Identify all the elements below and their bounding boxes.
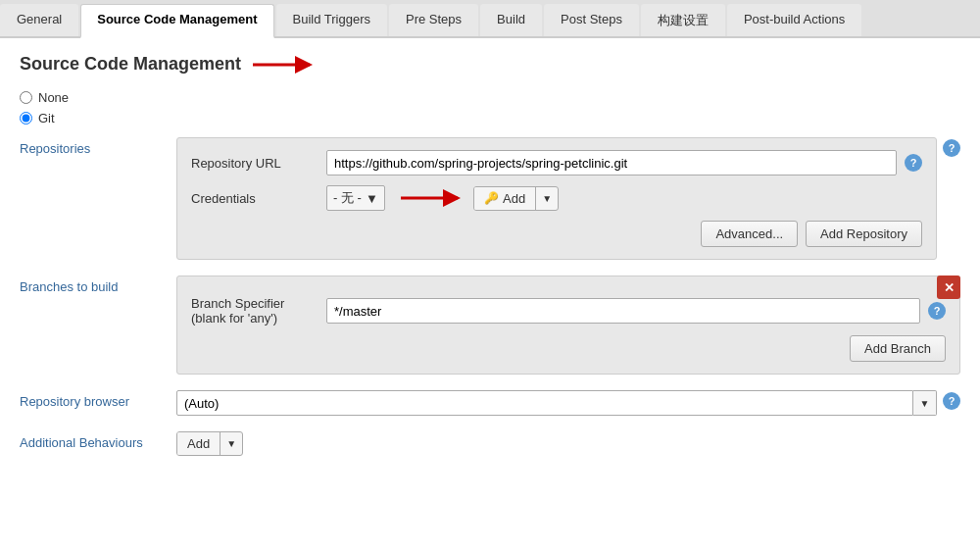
radio-git-option[interactable]: Git (20, 111, 960, 125)
credentials-add-label: Add (503, 191, 525, 206)
scm-radio-group: None Git (20, 90, 960, 125)
credentials-row: Credentials - 无 - ▼ (191, 185, 922, 211)
credentials-add-button[interactable]: 🔑 Add ▼ (473, 186, 559, 211)
action-buttons-row: Advanced... Add Repository (191, 221, 922, 247)
credentials-add-button-main[interactable]: 🔑 Add (474, 187, 536, 210)
branches-section: Branches to build ✕ Branch Specifier (bl… (20, 276, 960, 375)
repo-browser-dropdown-arrow-icon[interactable]: ▼ (913, 390, 937, 416)
credentials-red-arrow-icon (397, 189, 466, 207)
repository-url-row: Repository URL ? (191, 150, 922, 175)
add-branch-button[interactable]: Add Branch (850, 335, 946, 362)
repositories-body: Repository URL ? Credentials - 无 - ▼ (176, 137, 937, 260)
repositories-help-icon[interactable]: ? (943, 139, 960, 157)
tab-build-settings[interactable]: 构建设置 (641, 4, 725, 36)
repository-url-input[interactable] (326, 150, 897, 175)
tab-general[interactable]: General (0, 4, 78, 36)
advanced-button[interactable]: Advanced... (701, 221, 798, 247)
radio-none[interactable] (20, 91, 32, 104)
credentials-label: Credentials (191, 191, 318, 206)
tab-pre-steps[interactable]: Pre Steps (389, 4, 478, 36)
radio-git[interactable] (20, 112, 32, 125)
add-behaviours-row: Add ▼ (176, 431, 243, 456)
branches-label: Branches to build (20, 276, 176, 375)
add-behaviours-dropdown-icon[interactable]: ▼ (220, 434, 242, 453)
page-title-text: Source Code Management (20, 54, 241, 75)
add-repository-button[interactable]: Add Repository (806, 221, 922, 247)
tab-bar: General Source Code Management Build Tri… (0, 0, 980, 38)
radio-git-label: Git (38, 111, 55, 125)
credentials-value: - 无 - (333, 189, 362, 207)
credentials-dropdown[interactable]: - 无 - ▼ (326, 185, 385, 211)
additional-behaviours-label: Additional Behaviours (20, 431, 176, 456)
repo-browser-help-icon[interactable]: ? (943, 392, 960, 410)
remove-branch-button[interactable]: ✕ (937, 276, 960, 299)
tab-post-build-actions[interactable]: Post-build Actions (727, 4, 861, 36)
repo-browser-label: Repository browser (20, 390, 176, 416)
credentials-add-dropdown-icon[interactable]: ▼ (536, 189, 558, 208)
add-behaviours-label: Add (187, 436, 210, 451)
repo-browser-section: Repository browser (Auto) ▼ ? (20, 390, 960, 416)
repositories-label: Repositories (20, 137, 176, 260)
tab-post-steps[interactable]: Post Steps (544, 4, 639, 36)
key-icon: 🔑 (484, 191, 499, 205)
tab-source-code-management[interactable]: Source Code Management (80, 4, 273, 38)
radio-none-option[interactable]: None (20, 90, 960, 105)
branch-specifier-row: Branch Specifier (blank for 'any') ? (191, 296, 946, 326)
branch-specifier-input[interactable] (326, 298, 920, 324)
repositories-section: Repositories Repository URL ? Credential… (20, 137, 960, 260)
additional-behaviours-section: Additional Behaviours Add ▼ (20, 431, 960, 456)
page-title: Source Code Management (20, 54, 960, 75)
repository-url-label: Repository URL (191, 156, 318, 171)
page-content: Source Code Management None Git Reposito… (0, 38, 980, 551)
add-behaviours-button[interactable]: Add ▼ (176, 431, 243, 456)
repo-browser-select[interactable]: (Auto) (176, 390, 913, 416)
branch-specifier-label: Branch Specifier (blank for 'any') (191, 296, 318, 326)
radio-none-label: None (38, 90, 69, 105)
credentials-dropdown-arrow-icon: ▼ (366, 191, 378, 206)
tab-build-triggers[interactable]: Build Triggers (276, 4, 387, 36)
repository-url-help-icon[interactable]: ? (905, 154, 922, 172)
add-behaviours-main[interactable]: Add (177, 432, 220, 455)
branches-body: ✕ Branch Specifier (blank for 'any') ? A… (176, 276, 960, 375)
repo-browser-select-row: (Auto) ▼ (176, 390, 937, 416)
branch-specifier-help-icon[interactable]: ? (928, 302, 946, 320)
red-arrow-icon (249, 56, 318, 74)
tab-build[interactable]: Build (480, 4, 542, 36)
add-branch-buttons-row: Add Branch (191, 335, 946, 362)
